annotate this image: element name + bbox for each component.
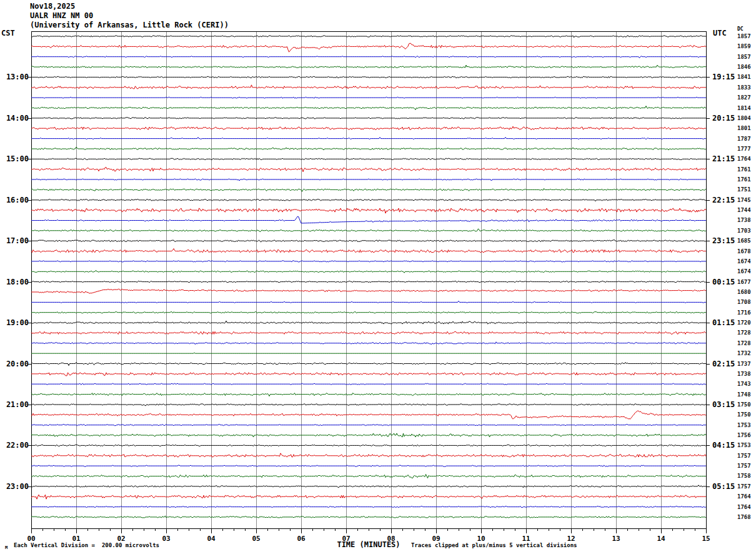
vertical-scale-note: Each Vertical Division = 200.00 microvol… — [14, 542, 159, 548]
seismogram-trace — [31, 289, 706, 293]
seismogram-trace — [31, 495, 706, 499]
x-tick-label: 06 — [293, 535, 309, 543]
seismogram-trace — [31, 270, 706, 273]
seismogram-trace — [31, 199, 706, 201]
seismogram-trace — [31, 475, 706, 478]
seismogram-trace — [31, 485, 706, 488]
seismogram-trace — [31, 261, 706, 262]
seismogram-trace — [31, 516, 706, 518]
seismogram-trace — [31, 353, 706, 353]
x-tick-label: 14 — [653, 535, 669, 543]
seismogram-trace — [31, 373, 706, 376]
seismogram-trace — [31, 506, 706, 508]
seismogram-trace — [31, 138, 706, 139]
seismogram-trace — [31, 404, 706, 406]
seismogram-trace — [31, 97, 706, 98]
seismogram-trace — [31, 321, 706, 324]
seismogram-trace — [31, 331, 706, 334]
seismogram-trace — [31, 229, 706, 232]
x-tick-label: 13 — [608, 535, 624, 543]
seismogram-trace — [31, 43, 706, 52]
seismogram-plot — [0, 0, 756, 554]
seismogram-trace — [31, 126, 706, 129]
seismogram-trace — [31, 281, 706, 283]
seismogram-trace — [31, 363, 706, 366]
seismogram-trace — [31, 188, 706, 191]
seismogram-trace — [31, 158, 706, 159]
seismogram-trace — [31, 216, 706, 223]
seismogram-trace — [31, 85, 706, 89]
seismogram-trace — [31, 465, 706, 466]
helicorder-screen: Nov18,2025 UALR HNZ NM 00 (University of… — [0, 0, 756, 554]
seismogram-trace — [31, 106, 706, 110]
seismogram-trace — [31, 425, 706, 426]
x-tick-label: 15 — [698, 535, 714, 543]
seismogram-trace — [31, 147, 706, 150]
seismogram-trace — [31, 168, 706, 172]
x-tick-label: 04 — [203, 535, 219, 543]
seismogram-trace — [31, 76, 706, 78]
plot-frame — [32, 32, 707, 529]
seismogram-trace — [31, 118, 706, 119]
seismogram-trace — [31, 301, 706, 303]
micro-unit-label: M — [5, 545, 7, 550]
x-axis-title: TIME (MINUTES) — [312, 540, 425, 549]
seismogram-trace — [31, 393, 706, 396]
seismogram-trace — [31, 249, 706, 253]
seismogram-trace — [31, 208, 706, 213]
seismogram-trace — [31, 342, 706, 345]
seismogram-trace — [31, 383, 706, 385]
x-tick-label: 03 — [158, 535, 174, 543]
x-tick-label: 05 — [248, 535, 264, 543]
clipping-note: Traces clipped at plus/minus 5 vertical … — [411, 542, 577, 548]
seismogram-trace — [31, 65, 706, 68]
seismogram-trace — [31, 453, 706, 457]
seismogram-trace — [31, 433, 706, 437]
seismogram-trace — [31, 56, 706, 58]
seismogram-trace — [31, 312, 706, 313]
seismogram-trace — [31, 445, 706, 446]
seismogram-trace — [31, 239, 706, 242]
seismogram-trace — [31, 411, 706, 419]
seismogram-trace — [31, 179, 706, 181]
seismogram-trace — [31, 36, 706, 38]
